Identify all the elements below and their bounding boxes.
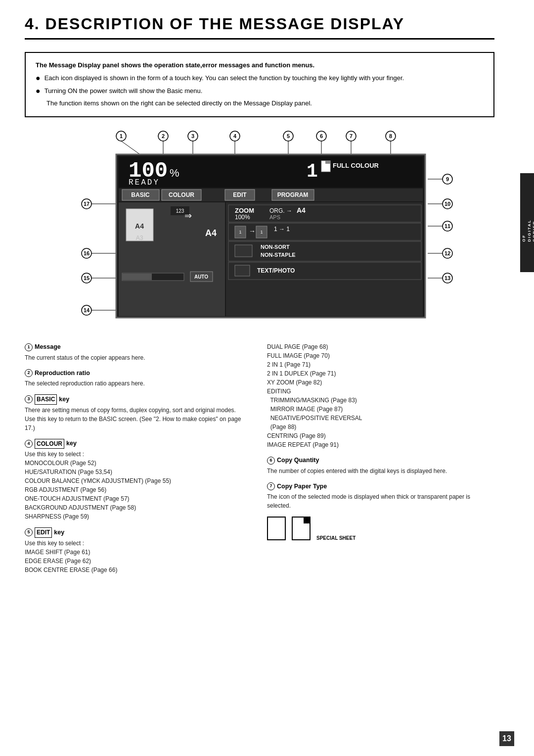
paper-a4-text: A4 xyxy=(135,222,144,230)
callout-2-text: 2 xyxy=(162,133,165,139)
desc-copy-qty-title-row: 6 Copy Quantity xyxy=(267,456,494,465)
desc-right-col: DUAL PAGE (Page 68) FULL IMAGE (Page 70)… xyxy=(267,342,494,581)
size-a4-big: A4 xyxy=(205,228,217,238)
desc-message: 1 Message The current status of the copi… xyxy=(25,342,252,362)
copy-1-to-1: 1 → 1 xyxy=(274,226,290,233)
desc-colour-body: Use this key to select : MONOCOLOUR (Pag… xyxy=(25,450,252,521)
desc-left-col: 1 Message The current status of the copi… xyxy=(25,342,252,581)
desc-basic: 3 BASIC key There are setting menus of c… xyxy=(25,394,252,432)
desc-edit: 5 EDIT key Use this key to select : IMAG… xyxy=(25,527,252,574)
circ-1: 1 xyxy=(25,343,33,351)
basic-key-box: BASIC xyxy=(35,394,57,405)
desc-copy-paper-body: The icon of the selected mode is display… xyxy=(267,492,494,510)
info-bold-line: The Message Display panel shows the oper… xyxy=(36,60,484,71)
desc-message-title-row: 1 Message xyxy=(25,342,252,352)
main-content-area: 4. DESCRIPTION OF THE MESSAGE DISPLAY Th… xyxy=(0,0,534,596)
page: DESCRIPTIONOFDIGITALCOPIER 13 4. DESCRIP… xyxy=(0,0,534,756)
callout-10-text: 10 xyxy=(445,201,450,207)
desc-continued-body: DUAL PAGE (Page 68) FULL IMAGE (Page 70)… xyxy=(267,342,494,449)
desc-edit-title-row: 5 EDIT key xyxy=(25,527,252,538)
special-sheet-area: SPECIAL SHEET xyxy=(267,517,494,542)
desc-message-body: The current status of the copier appears… xyxy=(25,353,252,362)
non-staple-text: NON-STAPLE xyxy=(261,252,296,258)
basic-btn-text: BASIC xyxy=(131,191,150,198)
copy-type-icon-corner xyxy=(325,161,330,164)
desc-copy-paper-title: Copy Paper Type xyxy=(277,482,327,491)
edit-key-box: EDIT xyxy=(35,527,52,538)
desc-continued: DUAL PAGE (Page 68) FULL IMAGE (Page 70)… xyxy=(267,342,494,449)
copy-arrow: → xyxy=(249,227,256,235)
paper-a3-text: A3 xyxy=(136,235,143,241)
num-indicator-text: 123 xyxy=(176,208,184,214)
aps-label: APS xyxy=(269,214,280,220)
desc-edit-key-label: key xyxy=(54,528,64,537)
diagram-container: 1 2 3 4 5 6 xyxy=(25,127,494,335)
diagram-svg: 1 2 3 4 5 6 xyxy=(25,127,494,335)
zoom-row xyxy=(228,205,421,222)
circ-5: 5 xyxy=(25,528,33,536)
info-sub-text: The function items shown on the right ca… xyxy=(46,98,484,109)
callout-9-text: 9 xyxy=(446,176,449,182)
descriptions-section: 1 Message The current status of the copi… xyxy=(25,342,494,581)
output-tray-icon xyxy=(235,245,252,257)
desc-basic-key-label: key xyxy=(59,395,69,404)
desc-basic-body: There are setting menus of copy forms, d… xyxy=(25,406,252,432)
colour-btn-text: COLOUR xyxy=(169,191,194,198)
copy-to-num: 1 xyxy=(260,230,263,235)
callout-7-text: 7 xyxy=(350,133,353,139)
desc-copy-qty-body: The number of copies entered with the di… xyxy=(267,467,494,475)
sidebar-tab: DESCRIPTIONOFDIGITALCOPIER xyxy=(520,173,534,272)
info-bullet-1-text: Each icon displayed is shown in the form… xyxy=(44,73,404,84)
desc-colour-title-row: 4 COLOUR key xyxy=(25,439,252,449)
desc-copy-paper-title-row: 7 Copy Paper Type xyxy=(267,482,494,491)
exposure-slider-fill xyxy=(122,274,152,280)
callout-4-text: 4 xyxy=(233,133,237,139)
zoom-value: 100% xyxy=(235,214,250,221)
callout-3-text: 3 xyxy=(191,133,194,139)
callout-16-text: 16 xyxy=(84,250,89,256)
sort-row xyxy=(228,241,421,261)
normal-sheet-icon xyxy=(267,517,288,542)
page-number: 13 xyxy=(499,731,514,746)
display-ready: READY xyxy=(129,178,160,187)
callout-1-text: 1 xyxy=(120,133,123,139)
zoom-label: ZOOM xyxy=(235,207,254,214)
callout-5-text: 5 xyxy=(287,133,290,139)
info-bullet-1: ● Each icon displayed is shown in the fo… xyxy=(36,73,484,84)
circ-4: 4 xyxy=(25,440,33,448)
mode-icon xyxy=(235,265,250,276)
copy-from-num: 1 xyxy=(239,230,241,235)
desc-copy-paper: 7 Copy Paper Type The icon of the select… xyxy=(267,482,494,510)
desc-repro-body: The selected reproduction ratio appears … xyxy=(25,379,252,388)
callout-11-text: 11 xyxy=(445,223,450,229)
text-photo-label: TEXT/PHOTO xyxy=(257,267,295,274)
special-sheet-label: SPECIAL SHEET xyxy=(316,534,356,542)
page-title: 4. DESCRIPTION OF THE MESSAGE DISPLAY xyxy=(25,15,494,40)
edit-btn-text: EDIT xyxy=(233,191,247,198)
desc-copy-qty: 6 Copy Quantity The number of copies ent… xyxy=(267,456,494,475)
display-copy-count: 1 xyxy=(307,161,318,182)
desc-repro-title-row: 2 Reproduction ratio xyxy=(25,369,252,378)
info-bullet-2: ● Turning ON the power switch will show … xyxy=(36,86,484,96)
desc-colour: 4 COLOUR key Use this key to select : MO… xyxy=(25,439,252,521)
info-box: The Message Display panel shows the oper… xyxy=(25,52,494,117)
callout-6-text: 6 xyxy=(320,133,323,139)
info-bullet-2-text: Turning ON the power switch will show th… xyxy=(44,86,203,96)
circ-3: 3 xyxy=(25,395,33,403)
desc-edit-body: Use this key to select : IMAGE SHIFT (Pa… xyxy=(25,539,252,574)
callout-8-text: 8 xyxy=(389,133,392,139)
program-btn-text: PROGRAM xyxy=(277,191,309,198)
auto-btn-text: AUTO xyxy=(194,274,208,280)
callout-12-text: 12 xyxy=(445,250,450,256)
special-sheet-icon xyxy=(292,517,312,542)
scan-arrow: ⇒ xyxy=(184,211,192,221)
callout-14-text: 14 xyxy=(84,307,90,313)
bullet-icon-2: ● xyxy=(36,86,41,95)
full-colour-text: FULL COLOUR xyxy=(333,162,379,169)
circ-7: 7 xyxy=(267,482,275,490)
org-label: ORG. → xyxy=(269,207,292,214)
callout-17-text: 17 xyxy=(84,201,89,207)
bullet-icon: ● xyxy=(36,73,41,83)
callout-15-text: 15 xyxy=(84,275,89,281)
desc-basic-title-row: 3 BASIC key xyxy=(25,394,252,405)
